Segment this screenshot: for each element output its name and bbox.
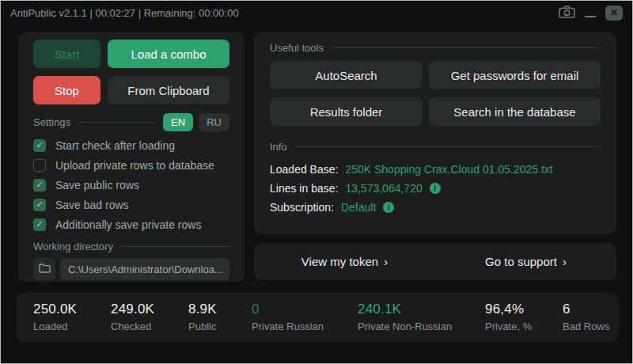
settings-label: Settings xyxy=(33,116,70,128)
checkbox-label: Save bad rows xyxy=(55,199,129,211)
window-title: AntiPublic v2.1.1 | 00:02:27 | Remaining… xyxy=(10,7,239,19)
stats-bar: 250.0K Loaded 249.0K Checked 8.9K Public… xyxy=(17,293,618,343)
lines-in-base-row: Lines in base: 13,573,064,720 i xyxy=(270,179,601,198)
loaded-base-label: Loaded Base: xyxy=(270,163,338,176)
working-directory-path[interactable]: C:\Users\Administrator\Downloa... xyxy=(60,258,229,280)
window-controls: ✕ xyxy=(559,6,623,21)
stat-private-percent: 96,4% Private, % xyxy=(485,301,563,343)
info-rows: Loaded Base: 250K Shopping Crax.Cloud 01… xyxy=(270,160,601,217)
divider xyxy=(78,122,155,123)
checkbox-label: Start check after loading xyxy=(55,139,175,152)
stat-label: Private Non-Russian xyxy=(358,320,485,332)
start-button[interactable]: Start xyxy=(33,40,100,68)
checkbox-start-check[interactable]: ✓ Start check after loading xyxy=(33,135,229,155)
checkbox-icon: ✓ xyxy=(33,199,46,211)
stat-value: 249.0K xyxy=(111,301,188,317)
checkbox-icon: ✓ xyxy=(33,179,46,191)
results-folder-button[interactable]: Results folder xyxy=(270,97,423,126)
checkbox-icon: ✓ xyxy=(33,218,46,231)
stat-label: Bad Rows xyxy=(563,320,618,332)
chevron-right-icon: › xyxy=(563,255,567,268)
search-database-button[interactable]: Search in the database xyxy=(429,97,601,126)
tool-buttons: AutoSearch Get passwords for email Resul… xyxy=(270,61,601,126)
stat-checked: 249.0K Checked xyxy=(111,301,188,343)
get-passwords-button[interactable]: Get passwords for email xyxy=(429,61,601,89)
stat-value: 6 xyxy=(563,301,618,317)
stat-value: 8.9K xyxy=(188,301,252,317)
checkbox-label: Upload private rows to database xyxy=(55,159,214,172)
autosearch-button[interactable]: AutoSearch xyxy=(270,61,423,89)
load-combo-button[interactable]: Load a combo xyxy=(108,40,229,68)
checkbox-save-bad[interactable]: ✓ Save bad rows xyxy=(33,195,229,214)
view-token-link[interactable]: View my token › xyxy=(254,255,435,268)
stat-label: Private, % xyxy=(485,320,563,332)
stat-label: Loaded xyxy=(33,320,111,332)
title-bar: AntiPublic v2.1.1 | 00:02:27 | Remaining… xyxy=(1,1,632,25)
screenshot-button[interactable] xyxy=(559,6,575,21)
checkbox-save-private[interactable]: ✓ Additionally save private rows xyxy=(33,214,229,234)
stat-bad-rows: 6 Bad Rows xyxy=(563,301,618,343)
lines-in-base-value: 13,573,064,720 xyxy=(345,182,422,195)
folder-icon xyxy=(39,262,51,276)
stat-label: Checked xyxy=(111,320,188,332)
go-support-label: Go to support xyxy=(485,255,557,268)
loaded-base-value: 250K Shopping Crax.Cloud 01.05.2025.txt xyxy=(345,163,552,176)
checkbox-upload-private[interactable]: ✓ Upload private rows to database xyxy=(33,155,229,175)
stat-value: 0 xyxy=(252,301,358,317)
checkbox-icon: ✓ xyxy=(33,159,46,172)
divider xyxy=(121,246,229,247)
app-window: AntiPublic v2.1.1 | 00:02:27 | Remaining… xyxy=(0,0,633,364)
stat-private-russian: 0 Private Russian xyxy=(252,301,358,343)
control-panel: Start Load a combo Stop From Clipboard S… xyxy=(18,32,244,282)
useful-tools-label: Useful tools xyxy=(270,42,324,54)
camera-icon xyxy=(559,6,575,21)
close-button[interactable]: ✕ xyxy=(605,6,623,21)
info-header: Info xyxy=(270,141,601,153)
lang-en-button[interactable]: EN xyxy=(163,113,193,131)
checkbox-label: Additionally save private rows xyxy=(55,218,201,231)
chevron-right-icon: › xyxy=(384,255,388,268)
stat-loaded: 250.0K Loaded xyxy=(33,301,111,343)
settings-checkboxes: ✓ Start check after loading ✓ Upload pri… xyxy=(33,135,229,234)
working-directory-header: Working directory xyxy=(33,241,229,252)
stat-value: 240.1K xyxy=(358,301,485,317)
action-buttons: Start Load a combo Stop From Clipboard xyxy=(33,40,229,104)
stat-value: 96,4% xyxy=(485,301,563,317)
stat-value: 250.0K xyxy=(33,301,111,317)
subscription-row: Subscription: Default i xyxy=(270,198,601,217)
stat-label: Public xyxy=(188,320,252,332)
settings-header: Settings EN RU xyxy=(33,113,229,131)
close-icon: ✕ xyxy=(610,7,618,18)
divider xyxy=(295,146,601,147)
info-label: Info xyxy=(270,141,287,153)
view-token-label: View my token xyxy=(301,255,378,268)
subscription-label: Subscription: xyxy=(270,201,334,214)
info-icon[interactable]: i xyxy=(430,183,441,194)
account-links-panel: View my token › Go to support › xyxy=(254,243,616,280)
minimize-button[interactable] xyxy=(585,16,596,17)
checkbox-icon: ✓ xyxy=(33,139,46,152)
checkbox-label: Save public rows xyxy=(55,179,139,191)
from-clipboard-button[interactable]: From Clipboard xyxy=(108,76,229,104)
checkbox-save-public[interactable]: ✓ Save public rows xyxy=(33,175,229,195)
stat-public: 8.9K Public xyxy=(188,301,252,343)
useful-tools-header: Useful tools xyxy=(270,42,601,54)
subscription-value: Default xyxy=(341,201,376,214)
divider xyxy=(332,47,601,48)
lang-ru-button[interactable]: RU xyxy=(199,113,229,131)
stat-private-nonrussian: 240.1K Private Non-Russian xyxy=(358,301,485,343)
stop-button[interactable]: Stop xyxy=(33,76,100,104)
go-support-link[interactable]: Go to support › xyxy=(435,255,616,268)
tools-info-panel: Useful tools AutoSearch Get passwords fo… xyxy=(254,32,616,234)
stat-label: Private Russian xyxy=(252,320,358,332)
working-directory-row: C:\Users\Administrator\Downloa... xyxy=(33,258,229,280)
loaded-base-row: Loaded Base: 250K Shopping Crax.Cloud 01… xyxy=(270,160,601,179)
lines-in-base-label: Lines in base: xyxy=(270,182,338,195)
browse-folder-button[interactable] xyxy=(33,258,55,280)
info-icon[interactable]: i xyxy=(383,202,394,213)
working-directory-label: Working directory xyxy=(33,241,113,252)
